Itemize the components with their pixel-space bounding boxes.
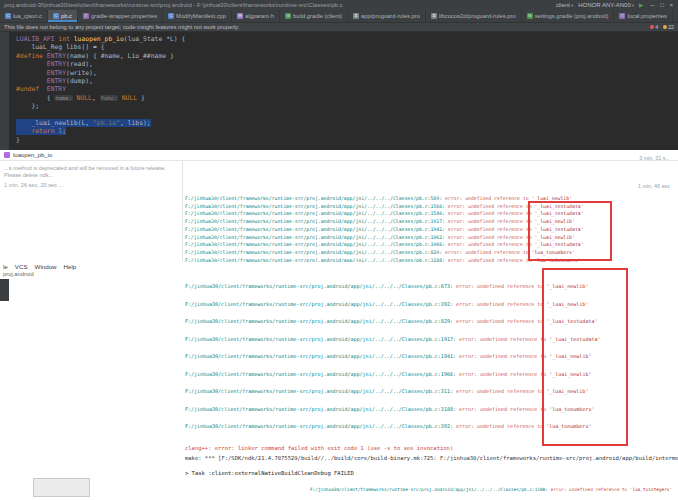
- editor-tab[interactable]: Gbuild.gradle (client): [280, 10, 348, 22]
- code-token: luaL_Reg: [31, 43, 62, 51]
- code-token: ENTRY: [47, 69, 66, 77]
- code-editor[interactable]: LUALIB_API int luaopen_pb_io(lua_State *…: [0, 32, 678, 150]
- tool-window-bar-left[interactable]: [0, 32, 9, 150]
- code-line[interactable]: { name: NULL, func: NULL }: [16, 94, 678, 102]
- code-line[interactable]: #define ENTRY(name) { #name, Lio_##name …: [16, 52, 678, 60]
- minimize-button[interactable]: ─: [648, 2, 656, 8]
- code-line[interactable]: };: [16, 102, 678, 110]
- error-file-link[interactable]: F:/jinhua30/client/frameworks/runtime-sr…: [185, 196, 442, 201]
- menu-item[interactable]: Help: [64, 263, 77, 270]
- code-line[interactable]: LUALIB_API int luaopen_pb_io(lua_State *…: [16, 35, 678, 43]
- warning-count-badge[interactable]: 22: [663, 24, 674, 30]
- breadcrumb-bar: luaopen_pb_io: [0, 150, 678, 161]
- panel-divider[interactable]: [182, 161, 183, 261]
- error-count: 4: [655, 24, 658, 30]
- error-file-link[interactable]: F:/jinhua30/client/frameworks/runtime-sr…: [185, 204, 445, 209]
- forum-image: proj.android-3f\jinhua30\test\client\fra…: [0, 0, 678, 500]
- error-file-link[interactable]: F:/jinhua30/client/frameworks/runtime-sr…: [185, 242, 445, 247]
- run-button[interactable]: ▶: [639, 2, 643, 8]
- deprecation-message: ...s method is deprecated and will be re…: [4, 165, 177, 179]
- code-line[interactable]: [16, 111, 678, 119]
- editor-tab[interactable]: Halgparam.h: [232, 10, 280, 22]
- editor-tab-label: gradle-wrapper.properties: [91, 13, 157, 19]
- error-file-link[interactable]: F:/jinhua30/client/frameworks/runtime-sr…: [185, 371, 456, 377]
- editor-tab[interactable]: Gsettings.gradle (proj.android): [522, 10, 615, 22]
- code-line[interactable]: ENTRY(read),: [16, 60, 678, 68]
- error-file-link[interactable]: F:/jinhua30/client/frameworks/runtime-sr…: [185, 283, 453, 289]
- menu-item[interactable]: Window: [35, 263, 57, 270]
- code-line-text: ENTRY(dump),: [16, 77, 93, 85]
- editor-tab-label: ModifyManifest.cpp: [176, 13, 226, 19]
- code-line[interactable]: ENTRY(dump),: [16, 77, 678, 85]
- error-file-link[interactable]: F:/jinhua30/client/frameworks/runtime-sr…: [185, 211, 445, 216]
- error-file-link[interactable]: F:/jinhua30/client/frameworks/runtime-sr…: [185, 406, 456, 412]
- error-message: error: undefined reference to: [442, 250, 532, 255]
- error-message: error: undefined reference to: [445, 242, 535, 247]
- clang-error-line: clang++: error: linker command failed wi…: [185, 445, 453, 451]
- error-file-link[interactable]: F:/jinhua30/client/frameworks/runtime-sr…: [185, 388, 453, 394]
- error-file-link[interactable]: F:/jinhua30/client/frameworks/runtime-sr…: [185, 318, 453, 324]
- error-count-badge[interactable]: 4: [650, 24, 658, 30]
- error-file-link[interactable]: F:/jinhua30/client/frameworks/runtime-sr…: [185, 336, 456, 342]
- editor-tab[interactable]: ≣libcocos2d/proguard-rules.pro: [426, 10, 522, 22]
- error-message: error: undefined reference to: [445, 204, 535, 209]
- code-token: return: [31, 127, 54, 135]
- code-token: "pb.io": [93, 119, 120, 127]
- ide-screenshot-1: proj.android-3f\jinhua30\test\client\fra…: [0, 0, 678, 261]
- code-line-text: luaL_Reg libs[] = {: [16, 43, 105, 51]
- editor-tab[interactable]: Cpb.c: [48, 10, 78, 22]
- error-file-link[interactable]: F:/jinhua30/client/frameworks/runtime-sr…: [185, 353, 456, 359]
- code-line[interactable]: ENTRY(write),: [16, 69, 678, 77]
- run-config-selector[interactable]: client ▾: [556, 2, 573, 8]
- code-token: {: [16, 94, 54, 102]
- editor-tab[interactable]: CModifyManifest.cpp: [163, 10, 232, 22]
- editor-tab[interactable]: ≡local.properties: [614, 10, 672, 22]
- error-message: error: undefined reference to: [456, 353, 549, 359]
- editor-tab-label: local.properties: [627, 13, 666, 19]
- maximize-button[interactable]: □: [658, 2, 666, 8]
- code-token: _luai_newlib: [31, 119, 77, 127]
- code-line[interactable]: luaL_Reg libs[] = {: [16, 43, 678, 51]
- code-line[interactable]: #undef ENTRY: [16, 85, 678, 93]
- menu-item[interactable]: le: [3, 263, 8, 270]
- code-token: [16, 77, 47, 85]
- build-messages-panel: ...s method is deprecated and will be re…: [0, 163, 181, 261]
- code-token: }: [137, 94, 145, 102]
- code-token: ;: [62, 127, 66, 135]
- error-message: error: undefined reference to: [445, 219, 535, 224]
- code-line-text: #undef ENTRY: [16, 85, 66, 93]
- menu-item[interactable]: VCS: [15, 263, 28, 270]
- breadcrumb-function[interactable]: luaopen_pb_io: [13, 152, 52, 158]
- error-message: error: undefined reference to: [445, 235, 535, 240]
- error-message: error: undefined reference to: [456, 336, 549, 342]
- error-file-link[interactable]: F:/jinhua30/client/frameworks/runtime-sr…: [185, 235, 445, 240]
- code-token: (dump),: [66, 77, 93, 85]
- notification-text: This file does not belong to any project…: [4, 24, 239, 30]
- code-token: ENTRY: [47, 77, 66, 85]
- error-file-link[interactable]: F:/jinhua30/client/frameworks/runtime-sr…: [185, 423, 453, 429]
- editor-tab-label: settings.gradle (proj.android): [535, 13, 609, 19]
- warning-count: 22: [668, 24, 674, 30]
- error-file-link[interactable]: F:/jinhua30/client/frameworks/runtime-sr…: [185, 227, 445, 232]
- tool-window-bar-left-2[interactable]: [0, 279, 9, 301]
- close-button[interactable]: ×: [667, 2, 675, 8]
- code-line-text: }: [16, 136, 20, 144]
- editor-tab-label: libcocos2d/proguard-rules.pro: [439, 13, 516, 19]
- editor-tab[interactable]: Clua_cjson.c: [0, 10, 48, 22]
- code-line[interactable]: return 1;: [16, 127, 678, 135]
- error-file-link[interactable]: F:/jinhua30/client/frameworks/runtime-sr…: [185, 301, 453, 307]
- editor-tab-label: build.gradle (client): [293, 13, 342, 19]
- code-line[interactable]: }: [16, 136, 678, 144]
- code-token: [39, 85, 47, 93]
- annotation-box-2: [542, 268, 628, 446]
- editor-tab[interactable]: ≡gradle-wrapper.properties: [78, 10, 163, 22]
- code-token: *L) {: [162, 35, 185, 43]
- error-file-link[interactable]: F:/jinhua30/client/frameworks/runtime-sr…: [185, 219, 445, 224]
- code-line[interactable]: _luai_newlib(L, "pb.io", libs);: [16, 119, 678, 127]
- device-selector[interactable]: HONOR ANY-AN00 ▾: [578, 2, 634, 8]
- error-file-link[interactable]: F:/jinhua30/client/frameworks/runtime-sr…: [185, 250, 442, 255]
- editor-tab[interactable]: ≣app/proguard-rules.pro: [348, 10, 426, 22]
- code-token: };: [16, 102, 39, 110]
- error-message: error: undefined reference to: [453, 283, 546, 289]
- error-file-link[interactable]: F:/jinhua30/client/frameworks/runtime-sr…: [310, 487, 548, 492]
